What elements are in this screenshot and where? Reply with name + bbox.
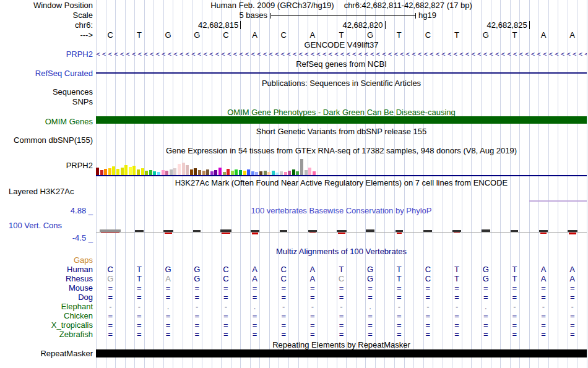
alignment-cell: C bbox=[327, 275, 356, 283]
gtex-bar bbox=[165, 171, 168, 175]
alignment-cell: = bbox=[413, 293, 443, 302]
cons-negative-mark bbox=[165, 233, 172, 234]
assembly-name: Human Feb. 2009 (GRCh37/hg19) bbox=[210, 1, 334, 10]
alignment-cell: = bbox=[240, 321, 269, 330]
alignment-cell: = bbox=[125, 312, 154, 320]
species-label-rhesus[interactable]: Rhesus bbox=[0, 275, 93, 283]
alignment-cell: = bbox=[212, 284, 241, 293]
species-label-dog[interactable]: Dog bbox=[0, 293, 93, 302]
repeatmasker-bar[interactable] bbox=[96, 349, 587, 357]
gtex-bar bbox=[124, 165, 128, 175]
alignment-cell: = bbox=[96, 284, 125, 293]
gtex-expression-bars[interactable] bbox=[96, 156, 320, 175]
alignment-cell: T bbox=[125, 265, 154, 274]
gtex-bar bbox=[121, 168, 124, 175]
alignment-cell: A bbox=[240, 265, 269, 274]
refseq-gene-bar[interactable] bbox=[96, 72, 587, 74]
alignment-cell: - bbox=[96, 302, 125, 311]
scale-bar-line bbox=[271, 15, 415, 16]
ruler-coordinate: 42,682,825 bbox=[470, 21, 527, 30]
alignment-cell: = bbox=[153, 293, 183, 302]
gtex-bar bbox=[162, 170, 165, 175]
omim-gene-bar[interactable] bbox=[96, 116, 587, 124]
alignment-cell: = bbox=[298, 321, 327, 330]
alignment-cell: = bbox=[96, 321, 125, 330]
alignment-cell: = bbox=[240, 312, 269, 320]
gtex-bar bbox=[190, 169, 193, 175]
cons-positive-mark bbox=[511, 230, 518, 232]
alignment-cell: = bbox=[212, 312, 241, 320]
conservation-track-title: 100 vertebrates Basewise Conservation by… bbox=[96, 207, 587, 215]
track-label-refseq-curated[interactable]: RefSeq Curated bbox=[0, 69, 93, 78]
track-label-layered-h3k27ac[interactable]: Layered H3K27Ac bbox=[9, 187, 74, 196]
alignment-cell: = bbox=[153, 312, 183, 320]
species-label-elephant[interactable]: Elephant bbox=[0, 302, 93, 311]
track-label-common-dbsnp[interactable]: Common dbSNP(155) bbox=[0, 136, 93, 145]
alignment-cell: = bbox=[558, 293, 587, 302]
alignment-cell: = bbox=[443, 312, 472, 320]
scale-label: Scale bbox=[0, 11, 93, 20]
cons-positive-mark bbox=[396, 230, 403, 232]
alignment-cell: - bbox=[529, 302, 558, 311]
track-label-repeatmasker[interactable]: RepeatMasker bbox=[0, 349, 93, 358]
gtex-bar bbox=[129, 167, 132, 175]
alignment-cell: T bbox=[500, 275, 529, 283]
ruler-tick bbox=[385, 21, 386, 29]
cons-positive-mark bbox=[539, 230, 548, 232]
cons-positive-mark bbox=[163, 230, 173, 232]
gtex-bar bbox=[145, 171, 148, 175]
gtex-bar bbox=[308, 168, 311, 175]
species-label-x_tropicalis[interactable]: X_tropicalis bbox=[0, 321, 93, 330]
alignment-cell: = bbox=[125, 293, 154, 302]
alignment-cell: = bbox=[298, 312, 327, 320]
alignment-cell: = bbox=[500, 312, 529, 320]
track-label-prph2-gtex[interactable]: PRPH2 bbox=[0, 161, 93, 170]
track-label-sequences[interactable]: Sequences bbox=[0, 88, 93, 96]
track-label-100-vert-cons[interactable]: 100 Vert. Cons bbox=[9, 221, 62, 230]
alignment-cell: . bbox=[471, 302, 500, 311]
position-range: chr6:42,682,811-42,682,827 (17 bp) bbox=[344, 1, 472, 10]
gencode-intron-arrows[interactable]: <<<<<<<<<<<<<<<<<<<<<<<<<<<<<<<<<<<<<<<<… bbox=[96, 50, 587, 58]
alignment-cell: = bbox=[240, 293, 269, 302]
species-label-chicken[interactable]: Chicken bbox=[0, 312, 93, 320]
alignment-cell: = bbox=[183, 321, 212, 330]
ruler-tick bbox=[529, 21, 530, 29]
gtex-bar bbox=[231, 171, 234, 175]
alignment-cell: = bbox=[96, 293, 125, 302]
alignment-cell: = bbox=[153, 284, 183, 293]
gtex-bar bbox=[292, 169, 295, 175]
alignment-cell: = bbox=[443, 293, 472, 302]
alignment-cell: = bbox=[385, 312, 414, 320]
alignment-cell: = bbox=[356, 330, 385, 339]
alignment-cell: = bbox=[327, 293, 356, 302]
gtex-bar bbox=[218, 168, 222, 175]
alignment-cell: = bbox=[500, 293, 529, 302]
ruler-coordinate: 42,682,820 bbox=[326, 21, 383, 30]
species-label-mouse[interactable]: Mouse bbox=[0, 284, 93, 293]
alignment-cell: T bbox=[443, 265, 472, 274]
alignment-cell: = bbox=[529, 284, 558, 293]
gtex-bar bbox=[206, 169, 209, 175]
alignment-cell: = bbox=[327, 312, 356, 320]
track-label-snps[interactable]: SNPs bbox=[0, 98, 93, 106]
base-letter: T bbox=[443, 31, 472, 40]
alignment-cell: = bbox=[413, 321, 443, 330]
track-label-prph2-gencode[interactable]: PRPH2 bbox=[0, 50, 93, 59]
alignment-cell: T bbox=[385, 275, 414, 283]
base-letter: C bbox=[212, 31, 241, 40]
cons-positive-mark bbox=[452, 230, 461, 232]
cons-axis-min: -4.5 _ bbox=[0, 234, 93, 242]
alignment-cell: C bbox=[96, 265, 125, 274]
alignment-cell: = bbox=[269, 330, 298, 339]
gtex-bar bbox=[272, 171, 275, 175]
gtex-bar bbox=[288, 171, 291, 175]
species-label-zebrafish[interactable]: Zebrafish bbox=[0, 330, 93, 339]
strand-direction-label: ---> bbox=[0, 31, 93, 40]
alignment-cell: = bbox=[125, 321, 154, 330]
base-letter: A bbox=[240, 31, 269, 40]
track-label-omim-genes[interactable]: OMIM Genes bbox=[0, 118, 93, 126]
alignment-cell: = bbox=[269, 321, 298, 330]
alignment-cell: = bbox=[413, 284, 443, 293]
alignment-cell: - bbox=[298, 302, 327, 311]
species-label-human[interactable]: Human bbox=[0, 265, 93, 274]
